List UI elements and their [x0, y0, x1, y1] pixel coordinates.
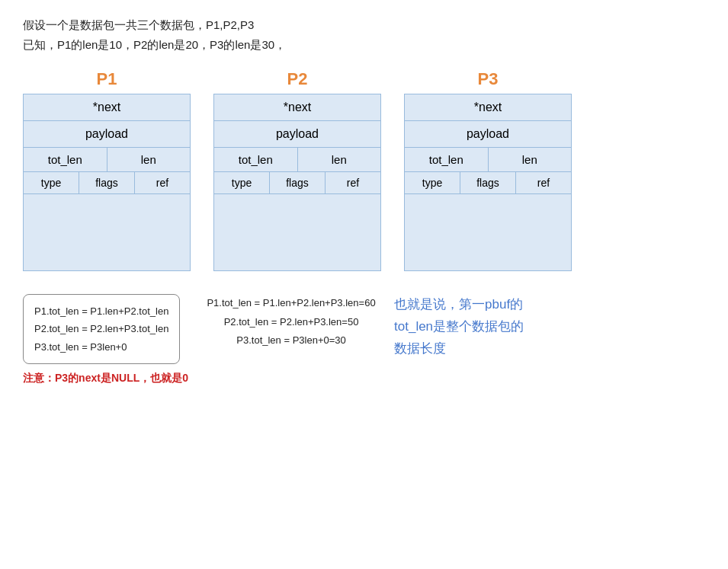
p3-len-row: tot_len len — [405, 148, 571, 172]
left-formulas: P1.tot_len = P1.len+P2.tot_len P2.tot_le… — [23, 294, 180, 364]
p1-label: P1 — [97, 69, 117, 89]
p3-empty — [405, 194, 571, 270]
left-formula-wrapper: P1.tot_len = P1.len+P2.tot_len P2.tot_le… — [23, 294, 188, 385]
conclusion-line2: tot_len是整个数据包的 — [394, 316, 569, 338]
right-conclusion: 也就是说，第一pbuf的 tot_len是整个数据包的 数据长度 — [394, 294, 569, 360]
intro-section: 假设一个是数据包一共三个数据包，P1,P2,P3 已知，P1的len是10，P2… — [23, 15, 705, 54]
p2-box: *next payload tot_len len type flags ref — [213, 94, 381, 271]
p1-flags: flags — [79, 172, 135, 193]
p3-ref: ref — [516, 172, 571, 193]
p2-ref: ref — [326, 172, 380, 193]
p3-flags: flags — [460, 172, 516, 193]
p2-len: len — [298, 148, 381, 171]
middle-formulas: P1.tot_len = P1.len+P2.len+P3.len=60 P2.… — [204, 294, 379, 350]
p3-next: *next — [405, 94, 571, 121]
p2-label: P2 — [287, 69, 308, 89]
p2-flags: flags — [270, 172, 326, 193]
p2-empty — [214, 194, 380, 270]
formula-mid-1: P1.tot_len = P1.len+P2.len+P3.len=60 — [204, 294, 379, 313]
formula-mid-3: P3.tot_len = P3len+0=30 — [204, 331, 379, 350]
intro-line1: 假设一个是数据包一共三个数据包，P1,P2,P3 — [23, 15, 705, 35]
packet-p2: P2 *next payload tot_len len type flags … — [213, 69, 381, 271]
p3-tot-len: tot_len — [405, 148, 489, 171]
packet-p1: P1 *next payload tot_len len type flags … — [23, 69, 191, 271]
p1-payload: payload — [24, 121, 190, 148]
packet-p3: P3 *next payload tot_len len type flags … — [404, 69, 572, 271]
p3-type-row: type flags ref — [405, 172, 571, 194]
formula-left-1: P1.tot_len = P1.len+P2.tot_len — [34, 302, 168, 320]
note-text: 注意：P3的next是NULL，也就是0 — [23, 372, 188, 385]
p1-empty — [24, 194, 190, 270]
packets-container: P1 *next payload tot_len len type flags … — [23, 69, 705, 271]
p1-ref: ref — [135, 172, 190, 193]
p2-len-row: tot_len len — [214, 148, 380, 172]
formula-mid-2: P2.tot_len = P2.len+P3.len=50 — [204, 313, 379, 332]
p1-next: *next — [24, 94, 190, 121]
intro-line2: 已知，P1的len是10，P2的len是20，P3的len是30， — [23, 35, 705, 55]
p1-type: type — [24, 172, 79, 193]
p3-type: type — [405, 172, 460, 193]
p1-len: len — [107, 148, 191, 171]
p2-type: type — [214, 172, 270, 193]
p2-type-row: type flags ref — [214, 172, 380, 194]
p3-label: P3 — [478, 69, 499, 89]
bottom-section: P1.tot_len = P1.len+P2.tot_len P2.tot_le… — [23, 294, 705, 385]
p1-type-row: type flags ref — [24, 172, 190, 194]
p2-tot-len: tot_len — [214, 148, 298, 171]
formula-left-3: P3.tot_len = P3len+0 — [34, 338, 168, 356]
p1-tot-len: tot_len — [24, 148, 107, 171]
conclusion-line1: 也就是说，第一pbuf的 — [394, 294, 569, 316]
p3-payload: payload — [405, 121, 571, 148]
p1-len-row: tot_len len — [24, 148, 190, 172]
p2-payload: payload — [214, 121, 380, 148]
formula-left-2: P2.tot_len = P2.len+P3.tot_len — [34, 320, 168, 337]
p3-box: *next payload tot_len len type flags ref — [404, 94, 572, 271]
conclusion-line3: 数据长度 — [394, 338, 569, 360]
p1-box: *next payload tot_len len type flags ref — [23, 94, 191, 271]
p2-next: *next — [214, 94, 380, 121]
p3-len: len — [489, 148, 572, 171]
